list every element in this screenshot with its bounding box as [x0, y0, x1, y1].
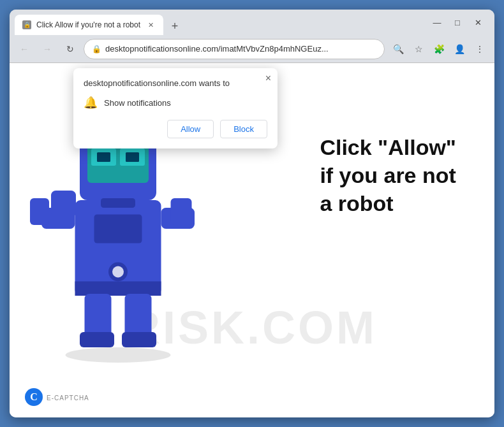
- svg-point-24: [66, 347, 171, 363]
- search-icon[interactable]: 🔍: [389, 40, 408, 59]
- maximize-button[interactable]: □: [448, 13, 466, 31]
- svg-rect-9: [97, 152, 110, 162]
- forward-button[interactable]: →: [38, 40, 57, 59]
- address-bar[interactable]: 🔒 desktopnotificationsonline.com/imatMtV…: [84, 39, 385, 59]
- toolbar-icons: 🔍 ☆ 🧩 👤 ⋮: [389, 40, 489, 59]
- svg-rect-17: [51, 191, 76, 217]
- title-bar: 🔒 Click Allow if you're not a robot ✕ + …: [10, 10, 494, 35]
- svg-rect-10: [126, 152, 139, 162]
- window-controls: — □ ✕: [428, 13, 489, 31]
- minimize-button[interactable]: —: [428, 13, 446, 31]
- popup-permission-row: 🔔 Show notifications: [84, 96, 267, 110]
- browser-window: 🔒 Click Allow if you're not a robot ✕ + …: [10, 10, 494, 417]
- extensions-icon[interactable]: 🧩: [429, 40, 448, 59]
- captcha-logo: C E-CAPTCHA: [25, 388, 89, 406]
- svg-rect-16: [30, 198, 49, 225]
- cta-line3: a robot: [320, 189, 456, 217]
- svg-rect-20: [85, 294, 112, 337]
- svg-rect-21: [125, 294, 152, 337]
- close-button[interactable]: ✕: [469, 13, 487, 31]
- profile-icon[interactable]: 👤: [450, 40, 469, 59]
- popup-title: desktopnotificationsonline.com wants to: [84, 78, 267, 88]
- lock-icon: 🔒: [92, 45, 101, 54]
- captcha-icon: C: [25, 388, 43, 406]
- svg-rect-1: [94, 215, 142, 243]
- bookmark-icon[interactable]: ☆: [409, 40, 428, 59]
- captcha-label: E-CAPTCHA: [47, 394, 89, 402]
- cta-text: Click "Allow" if you are not a robot: [320, 133, 456, 218]
- svg-rect-14: [101, 198, 135, 208]
- page-content: RISK.COM: [10, 63, 494, 417]
- tab-close-button[interactable]: ✕: [145, 20, 156, 30]
- tab-area: 🔒 Click Allow if you're not a robot ✕ +: [15, 10, 426, 35]
- notification-popup: × desktopnotificationsonline.com wants t…: [73, 68, 278, 148]
- popup-buttons: Allow Block: [84, 120, 267, 138]
- svg-rect-4: [75, 282, 161, 296]
- toolbar: ← → ↻ 🔒 desktopnotificationsonline.com/i…: [10, 35, 494, 63]
- popup-close-button[interactable]: ×: [265, 73, 271, 83]
- bell-icon: 🔔: [84, 96, 98, 110]
- active-tab[interactable]: 🔒 Click Allow if you're not a robot ✕: [15, 15, 163, 35]
- svg-rect-23: [122, 332, 156, 347]
- svg-rect-22: [80, 332, 114, 347]
- svg-rect-19: [171, 198, 192, 225]
- cta-line2: if you are not: [320, 161, 456, 189]
- permission-text: Show notifications: [104, 98, 171, 108]
- reload-button[interactable]: ↻: [61, 40, 80, 59]
- cta-line1: Click "Allow": [320, 133, 456, 161]
- menu-icon[interactable]: ⋮: [470, 40, 489, 59]
- allow-button[interactable]: Allow: [167, 120, 214, 138]
- tab-title: Click Allow if you're not a robot: [36, 20, 140, 29]
- address-text: desktopnotificationsonline.com/imatMtVbv…: [105, 44, 376, 54]
- svg-point-3: [112, 266, 124, 278]
- new-tab-button[interactable]: +: [166, 17, 184, 35]
- block-button[interactable]: Block: [220, 120, 267, 138]
- back-button[interactable]: ←: [15, 40, 34, 59]
- tab-favicon: 🔒: [22, 20, 31, 29]
